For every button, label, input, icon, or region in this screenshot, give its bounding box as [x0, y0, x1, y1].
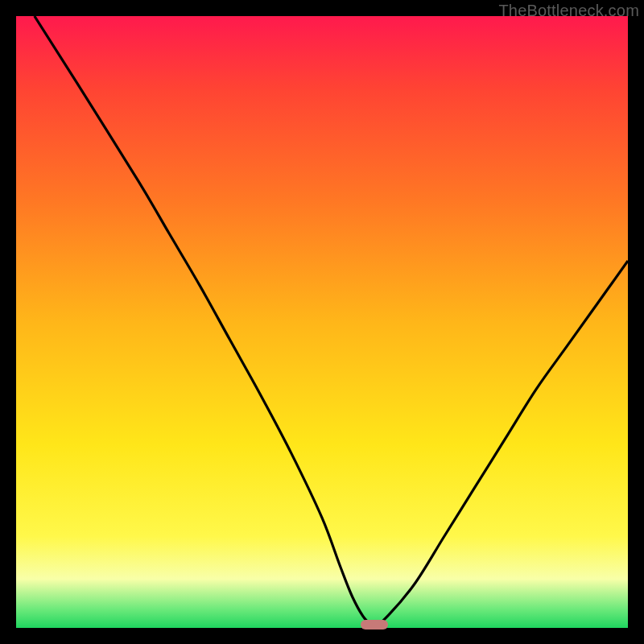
plot-area — [16, 16, 628, 628]
bottleneck-curve — [16, 16, 628, 628]
optimum-marker — [361, 620, 388, 630]
curve-path — [35, 16, 628, 625]
chart-frame: TheBottleneck.com — [0, 0, 644, 644]
